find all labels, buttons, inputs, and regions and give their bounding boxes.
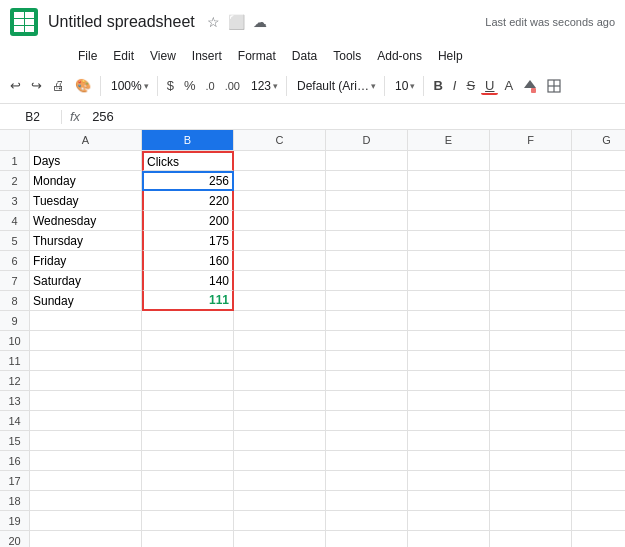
col-header-E[interactable]: E [408, 130, 490, 150]
italic-button[interactable]: I [449, 76, 461, 95]
currency-button[interactable]: $ [163, 76, 178, 95]
cell-B5[interactable]: 175 [142, 231, 234, 251]
font-select-wrap[interactable]: Default (Ari… ▾ [292, 76, 379, 96]
cell-C3[interactable] [234, 191, 326, 211]
row-num-5[interactable]: 5 [0, 231, 30, 251]
cell-E3[interactable] [408, 191, 490, 211]
cell-E7[interactable] [408, 271, 490, 291]
cell-C6[interactable] [234, 251, 326, 271]
cell-F2[interactable] [490, 171, 572, 191]
menu-view[interactable]: View [142, 47, 184, 65]
cell-F1[interactable] [490, 151, 572, 171]
cell-B1[interactable]: Clicks [142, 151, 234, 171]
cell-C5[interactable] [234, 231, 326, 251]
font-select[interactable]: Default (Ari… [295, 77, 371, 95]
menu-insert[interactable]: Insert [184, 47, 230, 65]
row-num-2[interactable]: 2 [0, 171, 30, 191]
cell-D5[interactable] [326, 231, 408, 251]
col-header-D[interactable]: D [326, 130, 408, 150]
row-num-4[interactable]: 4 [0, 211, 30, 231]
cell-A4[interactable]: Wednesday [30, 211, 142, 231]
cell-C1[interactable] [234, 151, 326, 171]
col-header-B[interactable]: B [142, 130, 234, 150]
cell-G8[interactable] [572, 291, 625, 311]
cell-G7[interactable] [572, 271, 625, 291]
cell-reference[interactable]: B2 [4, 110, 62, 124]
cell-D8[interactable] [326, 291, 408, 311]
cell-C2[interactable] [234, 171, 326, 191]
col-header-C[interactable]: C [234, 130, 326, 150]
cell-A2[interactable]: Monday [30, 171, 142, 191]
format-select[interactable]: 123 [249, 77, 273, 95]
cell-D7[interactable] [326, 271, 408, 291]
cell-A8[interactable]: Sunday [30, 291, 142, 311]
cell-A3[interactable]: Tuesday [30, 191, 142, 211]
row-num-1[interactable]: 1 [0, 151, 30, 171]
cell-D6[interactable] [326, 251, 408, 271]
font-size-select[interactable]: 10 [393, 77, 410, 95]
cell-E5[interactable] [408, 231, 490, 251]
cell-G3[interactable] [572, 191, 625, 211]
cell-G5[interactable] [572, 231, 625, 251]
zoom-select-wrap[interactable]: 100% ▾ [106, 76, 152, 96]
star-icon[interactable]: ☆ [207, 14, 220, 30]
zoom-select[interactable]: 100% [109, 77, 144, 95]
menu-help[interactable]: Help [430, 47, 471, 65]
print-button[interactable]: 🖨 [48, 76, 69, 95]
cloud-icon[interactable]: ☁ [253, 14, 267, 30]
cell-C7[interactable] [234, 271, 326, 291]
percent-button[interactable]: % [180, 76, 200, 95]
cell-B2[interactable]: 256 [142, 171, 234, 191]
col-header-A[interactable]: A [30, 130, 142, 150]
cell-E2[interactable] [408, 171, 490, 191]
cell-A1[interactable]: Days [30, 151, 142, 171]
row-num-8[interactable]: 8 [0, 291, 30, 311]
cell-E4[interactable] [408, 211, 490, 231]
cell-A5[interactable]: Thursday [30, 231, 142, 251]
cell-D1[interactable] [326, 151, 408, 171]
cell-G6[interactable] [572, 251, 625, 271]
row-num-6[interactable]: 6 [0, 251, 30, 271]
paint-format-button[interactable]: 🎨 [71, 76, 95, 95]
cell-A6[interactable]: Friday [30, 251, 142, 271]
menu-tools[interactable]: Tools [325, 47, 369, 65]
cell-E1[interactable] [408, 151, 490, 171]
cell-F6[interactable] [490, 251, 572, 271]
fill-color-button[interactable] [519, 77, 541, 95]
strikethrough-button[interactable]: S [462, 76, 479, 95]
cell-G2[interactable] [572, 171, 625, 191]
cell-D2[interactable] [326, 171, 408, 191]
cell-B8[interactable]: 111 [142, 291, 234, 311]
undo-button[interactable]: ↩ [6, 76, 25, 95]
cell-G1[interactable] [572, 151, 625, 171]
row-num-3[interactable]: 3 [0, 191, 30, 211]
formula-input[interactable] [88, 109, 621, 124]
cell-F8[interactable] [490, 291, 572, 311]
text-color-button[interactable]: A [500, 76, 517, 95]
cell-B7[interactable]: 140 [142, 271, 234, 291]
row-num-7[interactable]: 7 [0, 271, 30, 291]
format-select-wrap[interactable]: 123 ▾ [246, 76, 281, 96]
drive-icon[interactable]: ⬜ [228, 14, 245, 30]
borders-button[interactable] [543, 77, 565, 95]
cell-F3[interactable] [490, 191, 572, 211]
cell-D4[interactable] [326, 211, 408, 231]
cell-E6[interactable] [408, 251, 490, 271]
cell-F4[interactable] [490, 211, 572, 231]
underline-button[interactable]: U [481, 76, 498, 95]
cell-B6[interactable]: 160 [142, 251, 234, 271]
decimal-inc-button[interactable]: .00 [221, 78, 244, 94]
menu-data[interactable]: Data [284, 47, 325, 65]
cell-G4[interactable] [572, 211, 625, 231]
col-header-F[interactable]: F [490, 130, 572, 150]
menu-format[interactable]: Format [230, 47, 284, 65]
menu-edit[interactable]: Edit [105, 47, 142, 65]
cell-F5[interactable] [490, 231, 572, 251]
cell-F7[interactable] [490, 271, 572, 291]
cell-B4[interactable]: 200 [142, 211, 234, 231]
font-size-wrap[interactable]: 10 ▾ [390, 76, 418, 96]
menu-file[interactable]: File [70, 47, 105, 65]
menu-addons[interactable]: Add-ons [369, 47, 430, 65]
col-header-G[interactable]: G [572, 130, 625, 150]
decimal-dec-button[interactable]: .0 [202, 78, 219, 94]
